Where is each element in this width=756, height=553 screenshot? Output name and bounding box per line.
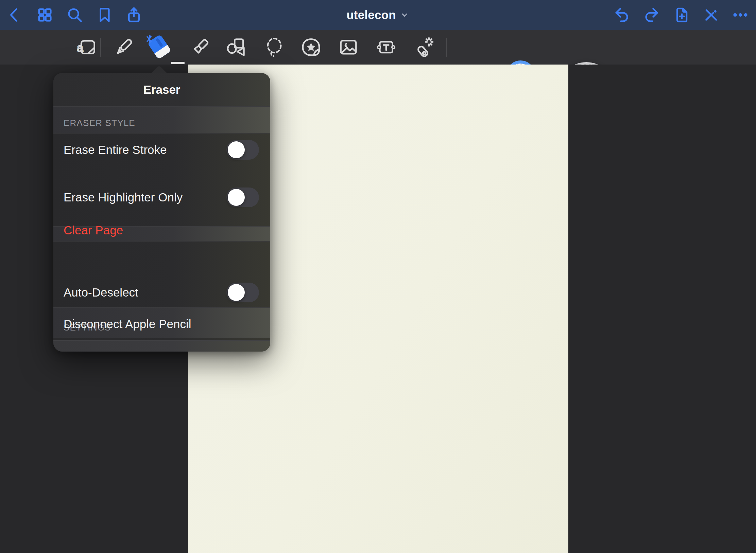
stylus-cross-icon bbox=[702, 6, 720, 24]
document-title-button[interactable]: utelecon bbox=[344, 0, 412, 30]
disconnect-apple-pencil-button[interactable]: Disconnect Apple Pencil bbox=[53, 307, 270, 340]
highlighter-tool[interactable] bbox=[185, 30, 216, 65]
selected-tool-indicator bbox=[171, 62, 185, 64]
clear-page-button[interactable]: Clear Page bbox=[53, 213, 270, 247]
share-icon bbox=[125, 6, 143, 24]
shapes-tool[interactable] bbox=[220, 30, 252, 65]
grid-icon bbox=[36, 6, 54, 24]
popover-footer bbox=[53, 340, 270, 352]
text-tool[interactable] bbox=[371, 30, 402, 65]
bookmark-icon bbox=[96, 6, 114, 24]
image-icon bbox=[338, 36, 359, 58]
zoom-window-icon: a bbox=[76, 36, 98, 58]
laser-pointer-tool[interactable] bbox=[408, 30, 440, 65]
bookmark-button[interactable] bbox=[94, 5, 115, 25]
nav-bar: utelecon bbox=[0, 0, 756, 30]
text-icon bbox=[375, 36, 397, 58]
redo-button[interactable] bbox=[641, 5, 662, 25]
chevron-down-icon bbox=[399, 10, 410, 20]
toolbar-divider bbox=[100, 38, 101, 57]
pen-icon bbox=[113, 36, 135, 58]
more-button[interactable] bbox=[730, 5, 751, 25]
image-tool[interactable] bbox=[333, 30, 364, 65]
stickers-tool[interactable] bbox=[295, 30, 327, 65]
lasso-tool[interactable] bbox=[259, 30, 290, 65]
share-button[interactable] bbox=[124, 5, 144, 25]
section-eraser-style: ERASER STYLE bbox=[53, 106, 270, 133]
zoom-window-tool[interactable]: a bbox=[71, 30, 102, 65]
document-title: utelecon bbox=[346, 8, 396, 22]
clear-page-label: Clear Page bbox=[64, 224, 123, 237]
stylus-mode-button[interactable] bbox=[701, 5, 721, 25]
toolbar: a bbox=[0, 30, 756, 65]
erase-highlighter-only-toggle[interactable] bbox=[226, 188, 259, 207]
redo-icon bbox=[642, 6, 660, 24]
eraser-size-medium[interactable] bbox=[506, 60, 535, 65]
back-button[interactable] bbox=[4, 5, 25, 25]
toolbar-divider bbox=[446, 38, 447, 57]
sticker-icon bbox=[300, 36, 322, 58]
laser-pointer-icon bbox=[413, 36, 435, 58]
erase-entire-stroke-row: Erase Entire Stroke bbox=[53, 133, 270, 166]
chevron-left-icon bbox=[6, 6, 23, 24]
ellipsis-icon bbox=[732, 6, 749, 24]
lasso-icon bbox=[263, 36, 285, 58]
toggle-knob bbox=[228, 141, 245, 158]
search-button[interactable] bbox=[65, 5, 85, 25]
auto-deselect-label: Auto-Deselect bbox=[64, 286, 138, 299]
section-header-label: ERASER STYLE bbox=[53, 118, 135, 133]
disconnect-apple-pencil-label: Disconnect Apple Pencil bbox=[64, 317, 191, 331]
undo-button[interactable] bbox=[612, 5, 632, 25]
erase-highlighter-only-label: Erase Highlighter Only bbox=[64, 191, 183, 204]
pages-overview-button[interactable] bbox=[35, 5, 55, 25]
shapes-icon bbox=[225, 36, 247, 58]
eraser-size-large[interactable] bbox=[556, 62, 616, 65]
eraser-tool[interactable] bbox=[143, 30, 175, 65]
auto-deselect-row: Auto-Deselect bbox=[53, 278, 270, 307]
toggle-knob bbox=[228, 284, 245, 301]
eraser-popover: Eraser ERASER STYLE Erase Entire Stroke … bbox=[53, 73, 270, 352]
undo-icon bbox=[613, 6, 631, 24]
add-page-icon bbox=[673, 6, 690, 24]
bluetooth-icon bbox=[145, 33, 154, 45]
erase-entire-stroke-label: Erase Entire Stroke bbox=[64, 143, 167, 157]
toggle-knob bbox=[228, 189, 245, 206]
svg-text:a: a bbox=[77, 41, 83, 54]
search-icon bbox=[66, 6, 84, 24]
erase-highlighter-only-row: Erase Highlighter Only bbox=[53, 181, 270, 213]
highlighter-icon bbox=[189, 36, 211, 58]
erase-entire-stroke-toggle[interactable] bbox=[226, 140, 259, 160]
auto-deselect-toggle[interactable] bbox=[226, 283, 259, 302]
popover-header: Eraser bbox=[53, 73, 270, 106]
popover-title: Eraser bbox=[143, 83, 181, 96]
add-page-button[interactable] bbox=[671, 5, 692, 25]
pen-tool[interactable] bbox=[108, 30, 139, 65]
